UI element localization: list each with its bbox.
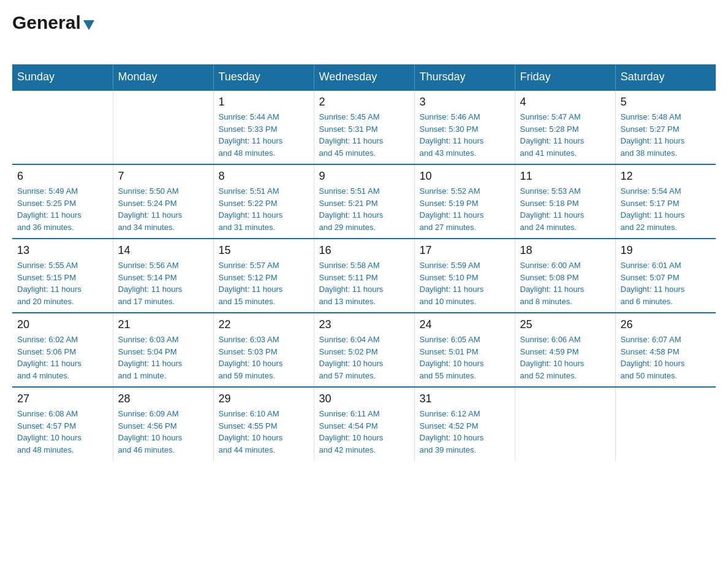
day-number: 4	[520, 96, 610, 109]
day-number: 11	[520, 170, 610, 183]
calendar-cell: 4Sunrise: 5:47 AM Sunset: 5:28 PM Daylig…	[515, 90, 615, 164]
day-number: 3	[420, 96, 510, 109]
day-info: Sunrise: 5:54 AM Sunset: 5:17 PM Dayligh…	[621, 185, 711, 233]
day-info: Sunrise: 5:53 AM Sunset: 5:18 PM Dayligh…	[520, 185, 610, 233]
calendar-cell: 10Sunrise: 5:52 AM Sunset: 5:19 PM Dayli…	[414, 164, 515, 239]
day-number: 14	[118, 244, 208, 257]
day-info: Sunrise: 5:50 AM Sunset: 5:24 PM Dayligh…	[118, 185, 208, 233]
day-number: 28	[118, 393, 208, 405]
calendar-header-row: SundayMondayTuesdayWednesdayThursdayFrid…	[12, 64, 716, 90]
day-number: 6	[17, 170, 108, 183]
day-number: 16	[319, 244, 409, 257]
day-number: 23	[319, 318, 409, 331]
logo-triangle-icon	[83, 20, 94, 30]
day-header-saturday: Saturday	[615, 64, 716, 90]
day-info: Sunrise: 5:51 AM Sunset: 5:21 PM Dayligh…	[319, 185, 409, 233]
calendar-cell: 29Sunrise: 6:10 AM Sunset: 4:55 PM Dayli…	[213, 387, 314, 461]
calendar-cell: 21Sunrise: 6:03 AM Sunset: 5:04 PM Dayli…	[113, 313, 213, 387]
day-info: Sunrise: 5:52 AM Sunset: 5:19 PM Dayligh…	[420, 185, 510, 233]
day-number: 20	[17, 318, 108, 331]
day-number: 24	[420, 318, 510, 331]
calendar-week-row: 6Sunrise: 5:49 AM Sunset: 5:25 PM Daylig…	[12, 164, 716, 239]
day-number: 10	[420, 170, 510, 183]
day-number: 19	[621, 244, 711, 257]
calendar-cell: 30Sunrise: 6:11 AM Sunset: 4:54 PM Dayli…	[314, 387, 414, 461]
calendar-cell: 7Sunrise: 5:50 AM Sunset: 5:24 PM Daylig…	[113, 164, 213, 239]
day-number: 17	[420, 244, 510, 257]
day-number: 31	[420, 393, 510, 405]
day-number: 7	[118, 170, 208, 183]
day-info: Sunrise: 6:10 AM Sunset: 4:55 PM Dayligh…	[219, 408, 309, 456]
calendar-cell: 31Sunrise: 6:12 AM Sunset: 4:52 PM Dayli…	[414, 387, 515, 461]
day-info: Sunrise: 5:59 AM Sunset: 5:10 PM Dayligh…	[420, 259, 510, 307]
calendar-cell: 15Sunrise: 5:57 AM Sunset: 5:12 PM Dayli…	[213, 239, 314, 313]
calendar-cell	[515, 387, 615, 461]
day-info: Sunrise: 5:56 AM Sunset: 5:14 PM Dayligh…	[118, 259, 208, 307]
logo-general-text: General	[12, 12, 81, 33]
day-number: 9	[319, 170, 409, 183]
calendar-cell: 9Sunrise: 5:51 AM Sunset: 5:21 PM Daylig…	[314, 164, 414, 239]
day-info: Sunrise: 6:03 AM Sunset: 5:04 PM Dayligh…	[118, 334, 208, 381]
calendar-cell: 1Sunrise: 5:44 AM Sunset: 5:33 PM Daylig…	[213, 90, 314, 164]
day-info: Sunrise: 6:05 AM Sunset: 5:01 PM Dayligh…	[420, 334, 510, 381]
day-info: Sunrise: 6:04 AM Sunset: 5:02 PM Dayligh…	[319, 334, 409, 381]
calendar-cell: 6Sunrise: 5:49 AM Sunset: 5:25 PM Daylig…	[12, 164, 113, 239]
calendar-week-row: 13Sunrise: 5:55 AM Sunset: 5:15 PM Dayli…	[12, 239, 716, 313]
day-number: 25	[520, 318, 610, 331]
day-info: Sunrise: 5:51 AM Sunset: 5:22 PM Dayligh…	[219, 185, 309, 233]
day-info: Sunrise: 6:06 AM Sunset: 4:59 PM Dayligh…	[520, 334, 610, 381]
day-header-tuesday: Tuesday	[213, 64, 314, 90]
calendar-cell	[12, 90, 113, 164]
calendar-week-row: 20Sunrise: 6:02 AM Sunset: 5:06 PM Dayli…	[12, 313, 716, 387]
day-number: 15	[219, 244, 309, 257]
day-info: Sunrise: 6:00 AM Sunset: 5:08 PM Dayligh…	[520, 259, 610, 307]
calendar-cell: 16Sunrise: 5:58 AM Sunset: 5:11 PM Dayli…	[314, 239, 414, 313]
calendar-cell: 2Sunrise: 5:45 AM Sunset: 5:31 PM Daylig…	[314, 90, 414, 164]
day-info: Sunrise: 6:09 AM Sunset: 4:56 PM Dayligh…	[118, 408, 208, 456]
day-info: Sunrise: 5:45 AM Sunset: 5:31 PM Dayligh…	[319, 111, 409, 159]
calendar-cell: 20Sunrise: 6:02 AM Sunset: 5:06 PM Dayli…	[12, 313, 113, 387]
day-info: Sunrise: 6:08 AM Sunset: 4:57 PM Dayligh…	[17, 408, 108, 456]
day-info: Sunrise: 5:58 AM Sunset: 5:11 PM Dayligh…	[319, 259, 409, 307]
day-header-friday: Friday	[515, 64, 615, 90]
calendar-cell: 13Sunrise: 5:55 AM Sunset: 5:15 PM Dayli…	[12, 239, 113, 313]
day-info: Sunrise: 6:03 AM Sunset: 5:03 PM Dayligh…	[219, 334, 309, 381]
calendar-cell: 19Sunrise: 6:01 AM Sunset: 5:07 PM Dayli…	[615, 239, 716, 313]
day-info: Sunrise: 6:12 AM Sunset: 4:52 PM Dayligh…	[420, 408, 510, 456]
day-info: Sunrise: 5:47 AM Sunset: 5:28 PM Dayligh…	[520, 111, 610, 159]
day-number: 30	[319, 393, 409, 405]
day-number: 21	[118, 318, 208, 331]
calendar-cell: 26Sunrise: 6:07 AM Sunset: 4:58 PM Dayli…	[615, 313, 716, 387]
day-number: 5	[621, 96, 711, 109]
day-header-thursday: Thursday	[414, 64, 515, 90]
calendar-cell: 28Sunrise: 6:09 AM Sunset: 4:56 PM Dayli…	[113, 387, 213, 461]
day-number: 13	[17, 244, 108, 257]
day-number: 12	[621, 170, 711, 183]
day-info: Sunrise: 6:11 AM Sunset: 4:54 PM Dayligh…	[319, 408, 409, 456]
day-number: 22	[219, 318, 309, 331]
calendar-cell	[113, 90, 213, 164]
calendar-cell: 18Sunrise: 6:00 AM Sunset: 5:08 PM Dayli…	[515, 239, 615, 313]
day-number: 18	[520, 244, 610, 257]
day-number: 26	[621, 318, 711, 331]
calendar-cell: 12Sunrise: 5:54 AM Sunset: 5:17 PM Dayli…	[615, 164, 716, 239]
day-info: Sunrise: 6:01 AM Sunset: 5:07 PM Dayligh…	[621, 259, 711, 307]
calendar-cell: 25Sunrise: 6:06 AM Sunset: 4:59 PM Dayli…	[515, 313, 615, 387]
day-number: 2	[319, 96, 409, 109]
day-info: Sunrise: 6:07 AM Sunset: 4:58 PM Dayligh…	[621, 334, 711, 381]
calendar-week-row: 1Sunrise: 5:44 AM Sunset: 5:33 PM Daylig…	[12, 90, 716, 164]
day-info: Sunrise: 5:49 AM Sunset: 5:25 PM Dayligh…	[17, 185, 108, 233]
calendar-cell: 8Sunrise: 5:51 AM Sunset: 5:22 PM Daylig…	[213, 164, 314, 239]
calendar-cell: 24Sunrise: 6:05 AM Sunset: 5:01 PM Dayli…	[414, 313, 515, 387]
calendar-cell: 23Sunrise: 6:04 AM Sunset: 5:02 PM Dayli…	[314, 313, 414, 387]
day-info: Sunrise: 5:57 AM Sunset: 5:12 PM Dayligh…	[219, 259, 309, 307]
calendar-cell: 11Sunrise: 5:53 AM Sunset: 5:18 PM Dayli…	[515, 164, 615, 239]
calendar-cell: 14Sunrise: 5:56 AM Sunset: 5:14 PM Dayli…	[113, 239, 213, 313]
calendar-cell: 3Sunrise: 5:46 AM Sunset: 5:30 PM Daylig…	[414, 90, 515, 164]
day-info: Sunrise: 5:44 AM Sunset: 5:33 PM Dayligh…	[219, 111, 309, 159]
page-header: General	[12, 12, 716, 52]
day-number: 1	[219, 96, 309, 109]
calendar-table: SundayMondayTuesdayWednesdayThursdayFrid…	[12, 64, 716, 461]
day-number: 27	[17, 393, 108, 405]
day-header-wednesday: Wednesday	[314, 64, 414, 90]
